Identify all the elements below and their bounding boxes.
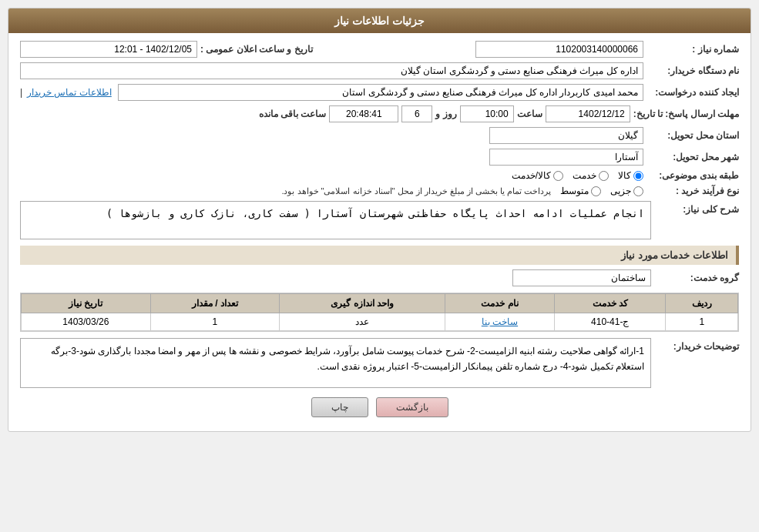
services-table-container: ردیف کد خدمت نام خدمت واحد اندازه گیری ت… bbox=[20, 293, 739, 332]
nooe-motavasset-label: متوسط bbox=[560, 186, 589, 196]
tabaqe-kala-khedmat-label: کالا/خدمت bbox=[512, 170, 551, 181]
tabaqe-radio-kala-khedmat[interactable] bbox=[553, 171, 563, 181]
sharh-label: شرح کلی نیاز: bbox=[654, 201, 739, 215]
nooe-desc: پرداخت تمام یا بخشی از مبلغ خریدار از مح… bbox=[281, 186, 551, 196]
roz-field: 6 bbox=[401, 105, 432, 122]
date-field: 1402/12/12 bbox=[546, 105, 630, 122]
tabaqe-option-kala-khedmat[interactable]: کالا/خدمت bbox=[512, 170, 563, 181]
nooe-radio-group: جزیی متوسط bbox=[560, 186, 643, 196]
tozihat-label: توضیحات خریدار: bbox=[654, 338, 739, 352]
cell-kod: ج-41-410 bbox=[555, 313, 666, 331]
remaining-label: ساعت باقی مانده bbox=[259, 109, 327, 119]
cell-vahed: عدد bbox=[280, 313, 445, 331]
col-radif: ردیف bbox=[666, 294, 738, 313]
nooe-radio-jozii[interactable] bbox=[633, 186, 643, 196]
tozihat-value: 1-ارائه گواهی صلاحیت رشته ابنیه الزامیست… bbox=[20, 338, 651, 388]
ostan-label: استان محل تحویل: bbox=[646, 130, 739, 141]
tabaqe-option-kala[interactable]: کالا bbox=[618, 170, 643, 181]
panel-header: جزئیات اطلاعات نیاز bbox=[8, 8, 751, 33]
tabaqe-kala-label: کالا bbox=[618, 170, 631, 181]
sharh-textarea[interactable]: انجام عملیات ادامه احداث پایگاه حفاظتی ش… bbox=[20, 201, 651, 239]
cell-tedad: 1 bbox=[150, 313, 280, 331]
shomara-niaz-label: شماره نیاز : bbox=[646, 44, 739, 55]
date-time-label: تاریخ و ساعت اعلان عمومی : bbox=[200, 44, 313, 55]
col-kod: کد خدمت bbox=[555, 294, 666, 313]
tabaqe-khedmat-label: خدمت bbox=[573, 170, 596, 181]
cell-tarikh: 1403/03/26 bbox=[22, 313, 151, 331]
col-vahed: واحد اندازه گیری bbox=[280, 294, 445, 313]
tabaqe-label: طبقه بندی موضوعی: bbox=[646, 170, 739, 181]
mohlat-label: مهلت ارسال پاسخ: تا تاریخ: bbox=[633, 109, 739, 119]
shahr-value: آستارا bbox=[489, 149, 643, 166]
saat-label: ساعت bbox=[517, 109, 542, 119]
etelaaat-link[interactable]: اطلاعات تماس خریدار bbox=[27, 87, 112, 98]
col-tedad: تعداد / مقدار bbox=[150, 294, 280, 313]
back-button[interactable]: بازگشت bbox=[376, 397, 448, 417]
nam-dastgah-label: نام دستگاه خریدار: bbox=[646, 65, 739, 76]
remaining-value: 20:48:41 bbox=[329, 105, 398, 122]
tabaqe-option-khedmat[interactable]: خدمت bbox=[573, 170, 609, 181]
nooe-motavasset[interactable]: متوسط bbox=[560, 186, 601, 196]
services-table: ردیف کد خدمت نام خدمت واحد اندازه گیری ت… bbox=[21, 293, 738, 331]
col-tarikh: تاریخ نیاز bbox=[22, 294, 151, 313]
ijad-konande-label: ایجاد کننده درخواست: bbox=[646, 87, 739, 98]
grooh-value: ساختمان bbox=[512, 269, 651, 286]
grooh-label: گروه خدمت: bbox=[654, 273, 739, 283]
ijad-konande-value: محمد امیدی کاربردار اداره کل میراث فرهنگ… bbox=[118, 84, 643, 101]
nooe-farayand-label: نوع فرآیند خرید : bbox=[646, 186, 739, 196]
shahr-label: شهر محل تحویل: bbox=[646, 152, 739, 162]
shomara-niaz-value: 1102003140000066 bbox=[475, 41, 643, 58]
buttons-row: بازگشت چاپ bbox=[20, 397, 739, 417]
date-time-value: 1402/12/05 - 12:01 bbox=[20, 41, 197, 58]
tabaqe-radio-khedmat[interactable] bbox=[599, 171, 609, 181]
tabaqe-radio-kala[interactable] bbox=[633, 171, 643, 181]
nam-dastgah-value: اداره کل میراث فرهنگی صنایع دستی و گردشگ… bbox=[20, 62, 643, 79]
nooe-jozii[interactable]: جزیی bbox=[610, 186, 643, 196]
nooe-jozii-label: جزیی bbox=[610, 186, 631, 196]
tabaqe-radio-group: کالا خدمت کالا/خدمت bbox=[512, 170, 643, 181]
cell-radif: 1 bbox=[666, 313, 738, 331]
col-name: نام خدمت bbox=[445, 294, 554, 313]
print-button[interactable]: چاپ bbox=[311, 397, 368, 417]
ostan-value: گیلان bbox=[489, 127, 643, 144]
saat-field: 10:00 bbox=[460, 105, 514, 122]
khadamat-section-title: اطلاعات خدمات مورد نیاز bbox=[20, 246, 739, 265]
roz-label: روز و bbox=[435, 109, 456, 119]
nooe-radio-motavasset[interactable] bbox=[591, 186, 601, 196]
cell-name[interactable]: ساخت بنا bbox=[445, 313, 554, 331]
table-row: 1ج-41-410ساخت بناعدد11403/03/26 bbox=[22, 313, 738, 331]
